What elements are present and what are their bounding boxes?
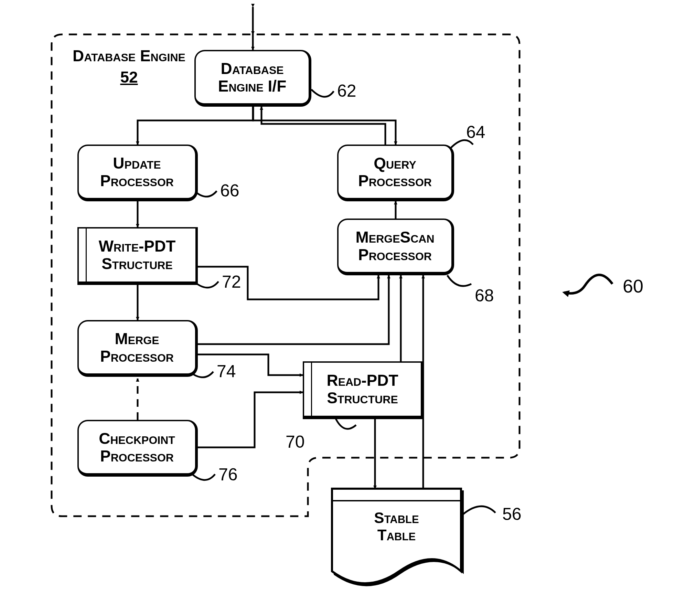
- box-checkpoint-processor: Checkpoint Processor: [77, 420, 198, 477]
- box-label: Stable Table: [332, 509, 461, 544]
- ref-70: 70: [286, 432, 305, 452]
- box-label: Read-PDT Structure: [326, 372, 398, 406]
- ref-56: 56: [502, 504, 522, 524]
- box-mergescan-processor: MergeScan Processor: [337, 219, 454, 275]
- ref-76: 76: [218, 465, 238, 485]
- ref-72: 72: [222, 272, 241, 292]
- box-label: Checkpoint Processor: [99, 430, 175, 465]
- ref-68: 68: [475, 286, 494, 306]
- box-label: Update Processor: [100, 155, 174, 189]
- ref-64: 64: [466, 122, 485, 142]
- ref-60: 60: [623, 275, 643, 297]
- box-merge-processor: Merge Processor: [77, 320, 198, 377]
- box-read-pdt-structure: Read-PDT Structure: [303, 361, 423, 419]
- box-label: MergeScan Processor: [355, 229, 434, 263]
- box-label: Database Engine I/F: [218, 60, 286, 95]
- diagram-title-ref: 52: [67, 68, 191, 86]
- box-label: Query Processor: [358, 155, 432, 189]
- box-label: Write-PDT Structure: [99, 237, 176, 272]
- diagram-title: Database Engine: [67, 46, 191, 65]
- box-stable-table: Stable Table: [332, 489, 461, 578]
- box-label: Merge Processor: [100, 330, 174, 365]
- ref-62: 62: [337, 81, 356, 101]
- ref-66: 66: [220, 181, 239, 201]
- box-write-pdt-structure: Write-PDT Structure: [77, 227, 198, 285]
- ref-74: 74: [217, 361, 236, 381]
- box-update-processor: Update Processor: [77, 145, 198, 201]
- box-query-processor: Query Processor: [337, 145, 454, 201]
- box-database-engine-if: Database Engine I/F: [194, 50, 311, 107]
